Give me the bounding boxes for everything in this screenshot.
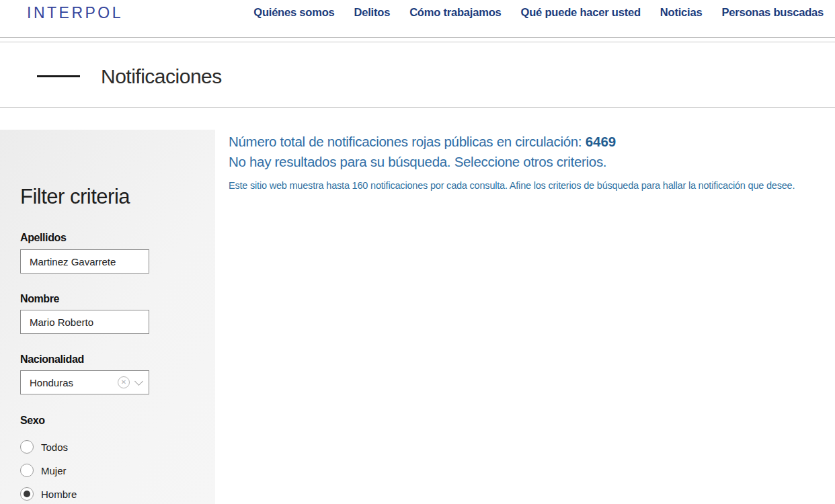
nav-item-como-trabajamos[interactable]: Cómo trabajamos (409, 6, 501, 19)
nav-item-delitos[interactable]: Delitos (354, 6, 391, 19)
sexo-radio-mujer[interactable]: Mujer (20, 464, 67, 477)
interpol-logo[interactable]: INTERPOL (27, 4, 123, 22)
sexo-radio-hombre[interactable]: Hombre (20, 487, 77, 501)
radio-label: Todos (41, 442, 68, 453)
apellidos-label: Apellidos (20, 232, 66, 244)
radio-button-icon (20, 464, 34, 477)
nav-item-personas-buscadas[interactable]: Personas buscadas (721, 6, 824, 19)
nombre-input[interactable] (20, 310, 149, 334)
nacionalidad-select[interactable]: Honduras ✕ (20, 370, 149, 394)
apellidos-input[interactable] (20, 249, 149, 274)
radio-button-icon (20, 487, 34, 501)
header-divider-top (0, 37, 835, 38)
nav-item-noticias[interactable]: Noticias (660, 6, 703, 19)
title-dash (37, 75, 80, 77)
filter-sidebar: Filter criteria Apellidos Nombre Naciona… (0, 130, 215, 504)
header-divider-bottom (0, 42, 835, 42)
nav-item-quienes-somos[interactable]: Quiénes somos (253, 6, 334, 19)
nombre-label: Nombre (20, 293, 59, 305)
clear-icon[interactable]: ✕ (118, 376, 130, 388)
total-notices-line: Número total de notificaciones rojas púb… (229, 132, 820, 152)
radio-label: Mujer (41, 465, 67, 476)
header: INTERPOL Quiénes somos Delitos Cómo trab… (0, 0, 835, 37)
nav-item-que-puede-hacer-usted[interactable]: Qué puede hacer usted (521, 6, 641, 19)
results-hint: Este sitio web muestra hasta 160 notific… (229, 179, 820, 192)
nacionalidad-selected-value: Honduras (30, 377, 118, 388)
titleband-divider (0, 107, 835, 108)
chevron-down-icon[interactable] (134, 377, 143, 386)
page-title: Notificaciones (101, 65, 222, 88)
filter-title: Filter criteria (20, 185, 130, 209)
radio-button-icon (20, 440, 34, 454)
results-area: Número total de notificaciones rojas púb… (229, 132, 820, 192)
radio-label: Hombre (41, 489, 77, 500)
sexo-label: Sexo (20, 415, 45, 427)
main-nav: Quiénes somos Delitos Cómo trabajamos Qu… (253, 6, 824, 19)
no-results-message: No hay resultados para su búsqueda. Sele… (229, 152, 820, 172)
nacionalidad-label: Nacionalidad (20, 353, 84, 366)
total-notices-value: 6469 (586, 134, 617, 149)
sexo-radio-todos[interactable]: Todos (20, 440, 68, 454)
total-notices-label: Número total de notificaciones rojas púb… (229, 134, 586, 149)
